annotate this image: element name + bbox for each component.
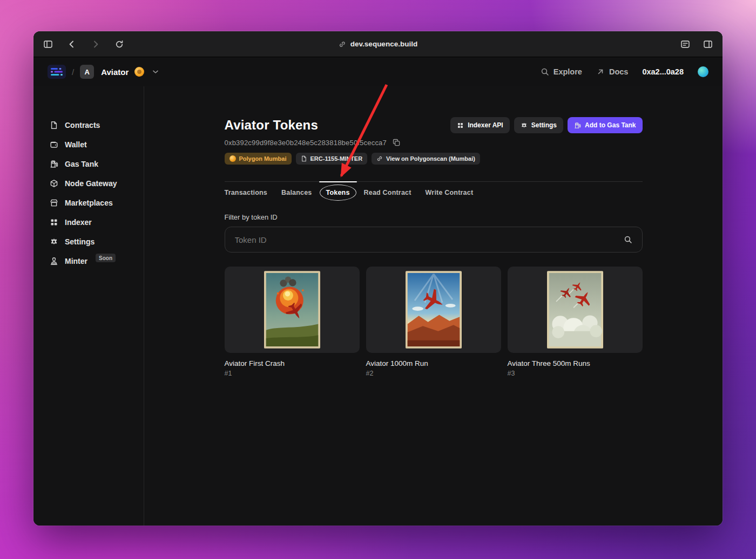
document-icon (50, 121, 58, 129)
token-id: #2 (366, 370, 501, 377)
indexer-api-button[interactable]: Indexer API (450, 117, 510, 133)
tab-bar: Transactions Balances Tokens Read Contra… (225, 181, 643, 196)
token-card-1[interactable] (225, 267, 360, 353)
gas-pump-icon (50, 160, 58, 168)
network-badge: Polygon Mumbai (225, 153, 292, 165)
sidebar-item-minter[interactable]: MinterSoon (33, 251, 144, 271)
gear-icon (50, 237, 58, 246)
gas-pump-icon (574, 122, 581, 129)
token-id: #3 (508, 370, 643, 377)
wallet-address[interactable]: 0xa2...0a28 (642, 67, 684, 76)
explore-button[interactable]: Explore (541, 67, 582, 76)
search-icon (541, 67, 549, 76)
search-icon[interactable] (624, 235, 632, 244)
browser-extension-icon[interactable] (679, 38, 691, 50)
document-icon (301, 155, 307, 162)
contract-standard-badge: ERC-1155-MINTER (296, 153, 368, 165)
polygonscan-link[interactable]: View on Polygonscan (Mumbai) (372, 153, 480, 165)
token-image-three-500m-runs (547, 270, 603, 350)
sidebar: Contracts Wallet Gas Tank Node Gateway M… (33, 86, 144, 526)
token-name: Aviator Three 500m Runs (508, 359, 643, 367)
token-id-input[interactable] (235, 235, 624, 244)
wallet-icon (50, 140, 58, 149)
grid-icon (50, 218, 58, 227)
tab-transactions[interactable]: Transactions (225, 189, 268, 196)
tab-read-contract[interactable]: Read Contract (364, 189, 411, 196)
settings-button[interactable]: Settings (514, 117, 563, 133)
token-item: Aviator 1000m Run #2 (366, 267, 501, 377)
project-name[interactable]: Aviator (101, 67, 129, 77)
sidebar-item-wallet[interactable]: Wallet (33, 135, 144, 154)
polygon-coin-icon (230, 155, 236, 162)
grid-icon (457, 122, 464, 129)
token-image-1000m-run (406, 270, 462, 350)
main-panel: Aviator Tokens Indexer API Settings A (144, 86, 723, 526)
cube-icon (50, 179, 58, 188)
project-network-badge-icon (134, 67, 144, 77)
sidebar-item-gas-tank[interactable]: Gas Tank (33, 154, 144, 174)
tab-balances[interactable]: Balances (281, 189, 312, 196)
token-item: Aviator Three 500m Runs #3 (508, 267, 643, 377)
reload-icon[interactable] (113, 38, 125, 50)
address-bar[interactable]: dev.sequence.build (339, 40, 417, 48)
tab-write-contract[interactable]: Write Contract (426, 189, 474, 196)
add-to-gas-tank-button[interactable]: Add to Gas Tank (568, 117, 642, 133)
browser-window: dev.sequence.build / A Aviator Explore D… (33, 31, 723, 526)
arrow-up-right-icon (596, 67, 605, 76)
page-title: Aviator Tokens (225, 118, 319, 133)
link-icon (376, 155, 383, 162)
sidebar-item-contracts[interactable]: Contracts (33, 115, 144, 135)
sidebar-item-indexer[interactable]: Indexer (33, 213, 144, 232)
forward-icon[interactable] (90, 38, 102, 50)
token-name: Aviator First Crash (225, 359, 360, 367)
browser-toolbar: dev.sequence.build (33, 31, 723, 57)
token-id-search (225, 227, 643, 253)
app-header: / A Aviator Explore Docs 0xa2...0a28 (33, 57, 723, 86)
sidebar-right-icon[interactable] (702, 38, 714, 50)
token-id: #1 (225, 370, 360, 377)
active-tab-indicator (319, 181, 357, 182)
docs-button[interactable]: Docs (596, 67, 628, 76)
url-text: dev.sequence.build (350, 40, 417, 48)
token-grid: Aviator First Crash #1 (225, 267, 643, 377)
breadcrumb-separator: / (72, 67, 74, 77)
token-image-first-crash (264, 270, 320, 350)
back-icon[interactable] (66, 38, 78, 50)
sidebar-item-marketplaces[interactable]: Marketplaces (33, 193, 144, 213)
token-card-3[interactable] (508, 267, 643, 353)
sidebar-item-settings[interactable]: Settings (33, 232, 144, 251)
sidebar-item-node-gateway[interactable]: Node Gateway (33, 174, 144, 193)
chevron-down-icon[interactable] (151, 67, 160, 76)
gear-icon (521, 122, 528, 129)
soon-badge: Soon (96, 254, 116, 262)
sequence-logo[interactable] (48, 65, 66, 79)
contract-address: 0xb392c99d9f8e3e0b248e5c283818be50f5cecc… (225, 139, 387, 147)
link-icon (339, 40, 346, 48)
sidebar-toggle-icon[interactable] (42, 38, 54, 50)
stamp-icon (50, 257, 58, 265)
token-card-2[interactable] (366, 267, 501, 353)
tab-tokens[interactable]: Tokens (326, 189, 350, 196)
token-name: Aviator 1000m Run (366, 359, 501, 367)
copy-icon[interactable] (392, 138, 401, 147)
filter-label: Filter by token ID (225, 213, 643, 221)
user-avatar[interactable] (698, 66, 708, 77)
storefront-icon (50, 199, 58, 207)
project-avatar: A (80, 65, 94, 79)
token-item: Aviator First Crash #1 (225, 267, 360, 377)
